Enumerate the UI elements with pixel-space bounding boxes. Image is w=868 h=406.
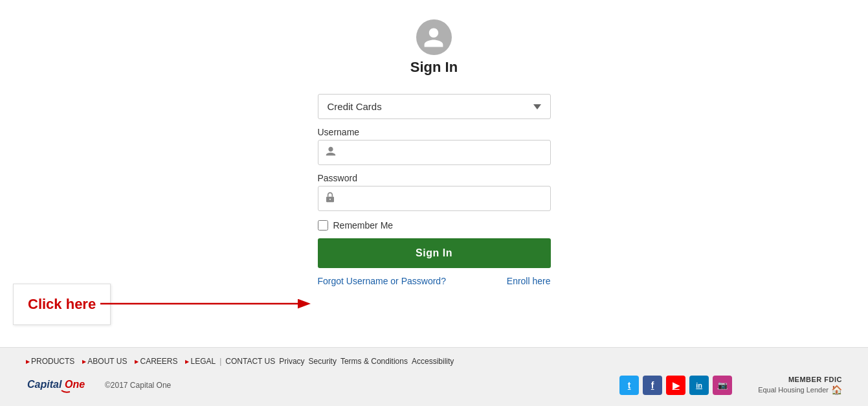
equal-housing-text: Equal Housing Lender <box>758 386 829 394</box>
user-avatar-icon <box>416 19 452 55</box>
social-icons: t f ▶ in 📷 <box>619 376 732 395</box>
account-type-select[interactable]: Credit Cards Checking & Savings Auto Loa… <box>318 94 551 119</box>
lock-icon <box>325 192 335 206</box>
footer-security[interactable]: Security <box>309 357 337 366</box>
enroll-link[interactable]: Enroll here <box>507 276 551 286</box>
facebook-icon[interactable]: f <box>643 376 662 395</box>
footer-bottom: Capital One ©2017 Capital One t f ▶ in <box>26 374 842 397</box>
click-here-callout: Click here <box>13 284 111 325</box>
username-input-wrapper <box>318 140 551 165</box>
remember-me-label[interactable]: Remember Me <box>333 220 394 231</box>
footer-terms[interactable]: Terms & Conditions <box>340 357 408 366</box>
copyright-text: ©2017 Capital One <box>105 381 171 390</box>
avatar-container: Sign In <box>410 19 458 89</box>
member-fdic-text: MEMBER FDIC <box>788 376 842 383</box>
capital-one-logo: Capital One <box>26 374 97 397</box>
user-icon <box>325 146 337 160</box>
password-label: Password <box>318 173 551 183</box>
click-here-text: Click here <box>28 296 96 312</box>
main-content: Sign In Credit Cards Checking & Savings … <box>0 0 868 347</box>
linkedin-icon[interactable]: in <box>689 376 709 395</box>
footer-privacy[interactable]: Privacy <box>279 357 304 366</box>
username-input[interactable] <box>342 141 544 164</box>
youtube-icon[interactable]: ▶ <box>666 376 685 395</box>
footer-accessibility[interactable]: Accessibility <box>412 357 454 366</box>
links-row: Forgot Username or Password? Enroll here <box>318 276 551 286</box>
username-label: Username <box>318 127 551 137</box>
svg-text:One: One <box>65 379 85 390</box>
forgot-link[interactable]: Forgot Username or Password? <box>318 276 446 286</box>
footer-left: Capital One ©2017 Capital One <box>26 374 171 397</box>
house-icon: 🏠 <box>831 385 842 395</box>
password-field-group: Password <box>318 173 551 211</box>
svg-text:Capital: Capital <box>27 379 62 390</box>
password-input[interactable] <box>340 186 544 210</box>
footer-right: t f ▶ in 📷 MEMBER FDIC Equal Housing Len… <box>619 376 842 395</box>
footer-careers[interactable]: CAREERS <box>135 357 177 366</box>
footer-products[interactable]: PRODUCTS <box>26 357 74 366</box>
remember-me-row: Remember Me <box>318 220 551 231</box>
footer-legal[interactable]: LEGAL <box>185 357 216 366</box>
twitter-icon[interactable]: t <box>619 376 639 395</box>
svg-point-1 <box>329 198 331 199</box>
password-input-wrapper <box>318 186 551 211</box>
fdic-row: MEMBER FDIC Equal Housing Lender 🏠 <box>758 376 842 395</box>
page-title: Sign In <box>410 59 458 76</box>
remember-me-checkbox[interactable] <box>318 220 328 231</box>
username-field-group: Username <box>318 127 551 165</box>
instagram-icon[interactable]: 📷 <box>713 376 732 395</box>
sign-in-button[interactable]: Sign In <box>318 238 551 268</box>
sign-in-form: Credit Cards Checking & Savings Auto Loa… <box>318 94 551 286</box>
footer: PRODUCTS ABOUT US CAREERS LEGAL | CONTAC… <box>0 347 868 406</box>
footer-contact[interactable]: CONTACT US <box>225 357 275 366</box>
equal-housing-row: Equal Housing Lender 🏠 <box>758 385 842 395</box>
footer-about[interactable]: ABOUT US <box>82 357 127 366</box>
footer-nav: PRODUCTS ABOUT US CAREERS LEGAL | CONTAC… <box>26 357 842 366</box>
